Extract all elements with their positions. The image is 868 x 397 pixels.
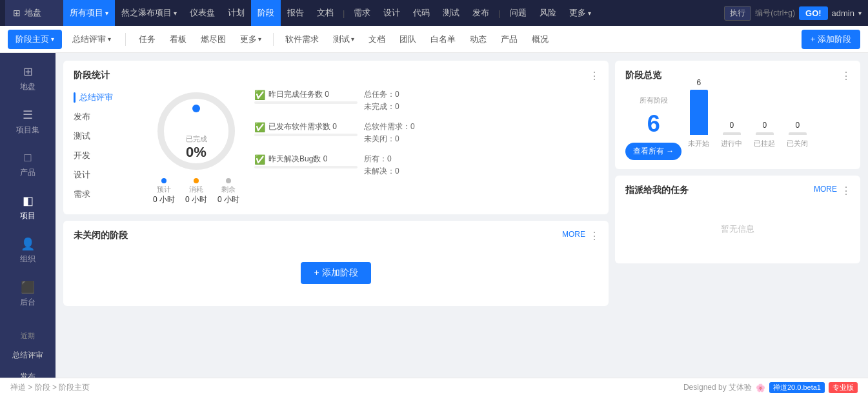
admin-arrow: ▾ [858, 10, 862, 17]
sidebar-label-project: 项目 [20, 210, 35, 221]
product-icon: □ [25, 151, 32, 165]
tab-stage-home[interactable]: 阶段主页 ▾ [8, 30, 62, 49]
nav-burndown[interactable]: 燃尽图 [194, 30, 232, 49]
sidebar-label-org: 组织 [20, 254, 35, 265]
footer-logo-icon: 🌸 [756, 383, 765, 392]
nav-software-req[interactable]: 软件需求 [279, 30, 325, 49]
sidebar-item-admin[interactable]: ⬛ 后台 [0, 275, 56, 313]
stage-list: 总结评审 发布 测试 开发 设计 [74, 89, 138, 205]
nav-all-projects[interactable]: 所有项目 ▾ [63, 0, 115, 26]
assigned-more-icon[interactable]: ⋮ [841, 185, 851, 197]
footer-breadcrumb: 禅道 > 阶段 > 阶段主页 [10, 382, 90, 393]
bar-closed [789, 132, 807, 135]
nav-more-dropdown[interactable]: 更多 ▾ [234, 30, 268, 49]
sidebar-item-product[interactable]: □ 产品 [0, 146, 56, 183]
stat-group-task: ✅ 昨日完成任务数 0 总任务：0 未完成：0 [254, 89, 598, 112]
footer: 禅道 > 阶段 > 阶段主页 Designed by 艾体验 🌸 禅道20.0.… [0, 378, 868, 397]
nav-design[interactable]: 设计 [377, 0, 407, 26]
logo-area[interactable]: ⊞ 地盘 [5, 0, 63, 26]
sidebar-label-home: 地盘 [20, 81, 35, 92]
nav-whitelist[interactable]: 白名单 [424, 30, 462, 49]
nav-dynamic[interactable]: 动态 [463, 30, 493, 49]
unclosed-stages-card: 未关闭的阶段 MORE ⋮ + 添加阶段 [63, 221, 609, 306]
assigned-tasks-card: 指派给我的任务 MORE ⋮ 暂无信息 [615, 176, 860, 263]
go-button[interactable]: GO! [799, 6, 828, 20]
nav-requirement[interactable]: 需求 [347, 0, 377, 26]
nav-overview[interactable]: 概况 [525, 30, 555, 49]
admin-icon: ⬛ [21, 280, 35, 294]
bar-group-3: 0 已关闭 [787, 121, 808, 148]
nav-items: 所有项目 ▾ 然之瀑布项目 ▾ 仪表盘 计划 阶段 报告 文档 | [63, 0, 718, 26]
recent-item-release[interactable]: 发布 [0, 369, 56, 378]
nav-dashboard[interactable]: 仪表盘 [183, 0, 221, 26]
circle-progress: 已完成 0% 预计 0 小时 [145, 89, 248, 205]
unclosed-more-link[interactable]: MORE [562, 230, 585, 239]
top-nav: ⊞ 地盘 所有项目 ▾ 然之瀑布项目 ▾ 仪表盘 计划 阶段 报告 [0, 0, 868, 26]
nav-plan[interactable]: 计划 [221, 0, 251, 26]
sidebar-item-home[interactable]: ⊞ 地盘 [0, 59, 56, 97]
sidebar-label-portfolio: 项目集 [16, 125, 39, 136]
circle-svg [154, 89, 238, 173]
stage-overview-card: 阶段总览 ⋮ 所有阶段 6 查看所有 → 6 未开始 [615, 61, 860, 169]
recent-label: 近期 [0, 329, 56, 342]
content-area: 阶段统计 ⋮ 总结评审 发布 [56, 53, 868, 378]
exec-button[interactable]: 执行 [724, 6, 751, 21]
stage-item-dev[interactable]: 开发 [74, 147, 138, 164]
sidebar-item-project[interactable]: ◧ 项目 [0, 188, 56, 227]
add-stage-center-button[interactable]: + 添加阶段 [301, 262, 370, 284]
stage-overview-more-icon[interactable]: ⋮ [841, 70, 851, 82]
portfolio-icon: ☰ [23, 108, 33, 122]
stage-item-req[interactable]: 需求 [74, 186, 138, 203]
stats-right: ✅ 昨日完成任务数 0 总任务：0 未完成：0 [254, 89, 598, 205]
stage-item-summary[interactable]: 总结评审 [74, 89, 138, 106]
bar-group-1: 0 进行中 [721, 121, 742, 148]
nav-test[interactable]: 测试 [436, 0, 466, 26]
view-all-button[interactable]: 查看所有 → [625, 143, 681, 160]
add-stage-button[interactable]: + 添加阶段 [802, 30, 860, 49]
nav-team[interactable]: 团队 [393, 30, 423, 49]
stat-group-req: ✅ 已发布软件需求数 0 总软件需求：0 未关闭：0 [254, 121, 598, 145]
stat-group-bug: ✅ 昨天解决Bug数 0 所有：0 未解决：0 [254, 154, 598, 177]
stage-stats-more-icon[interactable]: ⋮ [589, 70, 600, 82]
nav-issue[interactable]: 问题 [503, 0, 533, 26]
stage-stats-title: 阶段统计 [74, 70, 598, 81]
stage-stats-body: 总结评审 发布 测试 开发 设计 [74, 89, 598, 205]
stage-item-release[interactable]: 发布 [74, 108, 138, 125]
time-row: 预计 0 小时 消耗 0 小时 剩余 [153, 178, 239, 205]
nav-risk[interactable]: 风险 [533, 0, 563, 26]
version-badge: 禅道20.0.beta1 [769, 382, 825, 393]
nav-release[interactable]: 发布 [466, 0, 496, 26]
stage-item-test[interactable]: 测试 [74, 128, 138, 145]
edit-label: 编号(ctrl+g) [755, 8, 795, 19]
bar-group-2: 0 已挂起 [754, 121, 775, 148]
bar-suspended [756, 132, 774, 135]
logo-label: 地盘 [25, 7, 41, 19]
recent-item-summary[interactable]: 总结评审 [0, 347, 56, 363]
second-nav-items: 任务 看板 燃尽图 更多 ▾ 软件需求 测试 ▾ 文档 团队 白名单 动态 产品… [132, 30, 799, 49]
nav-report[interactable]: 报告 [281, 0, 310, 26]
project-icon: ◧ [23, 194, 34, 208]
nav-more[interactable]: 更多 ▾ [563, 0, 598, 26]
assigned-more-link[interactable]: MORE [814, 185, 837, 194]
nav-doc[interactable]: 文档 [310, 0, 340, 26]
nav-project[interactable]: 然之瀑布项目 ▾ [115, 0, 183, 26]
stage-overview-title: 阶段总览 [625, 70, 850, 81]
nav-document[interactable]: 文档 [362, 30, 392, 49]
nav-stage[interactable]: 阶段 [251, 0, 281, 26]
sidebar-item-portfolio[interactable]: ☰ 项目集 [0, 103, 56, 141]
time-estimate: 预计 0 小时 [153, 178, 175, 205]
sidebar-label-admin: 后台 [20, 297, 35, 308]
body-content: ⊞ 地盘 ☰ 项目集 □ 产品 ◧ 项目 👤 组织 ⬛ 后台 [0, 53, 868, 378]
sidebar-item-org[interactable]: 👤 组织 [0, 232, 56, 270]
nav-code[interactable]: 代码 [407, 0, 436, 26]
nav-product[interactable]: 产品 [494, 30, 524, 49]
stage-overview-body: 所有阶段 6 查看所有 → 6 未开始 0 [625, 89, 850, 160]
nav-kanban[interactable]: 看板 [163, 30, 193, 49]
right-column: 阶段总览 ⋮ 所有阶段 6 查看所有 → 6 未开始 [615, 61, 860, 370]
tab-summary-review[interactable]: 总结评审 ▾ [65, 30, 119, 49]
nav-task[interactable]: 任务 [132, 30, 162, 49]
unclosed-more-icon[interactable]: ⋮ [589, 230, 600, 242]
bar-in-progress [723, 132, 741, 135]
nav-test-dropdown[interactable]: 测试 ▾ [327, 30, 361, 49]
stage-item-design[interactable]: 设计 [74, 167, 138, 183]
